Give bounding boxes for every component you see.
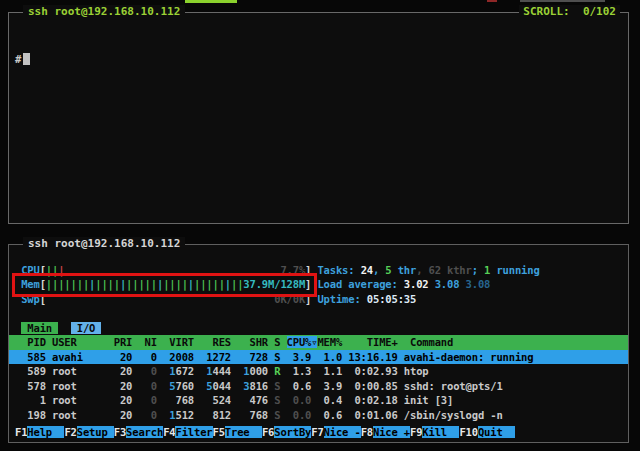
mem-meter-label: Mem	[21, 278, 40, 290]
mem-usage-value: 37.9M/128M	[243, 278, 305, 290]
cpu-usage-value: 7.7%	[280, 264, 305, 276]
pane-bottom-htop[interactable]: ssh root@192.168.10.112 CPU[||| 7.7%] Ta…	[8, 244, 629, 443]
fkey-label-f10[interactable]: Quit	[478, 426, 515, 438]
process-mem: 1.1	[317, 365, 342, 377]
process-time: 0:02.93	[342, 365, 404, 377]
load-average: Load average: 3.02 3.08 3.08	[317, 278, 490, 290]
process-mem: 0.4	[317, 394, 342, 406]
process-user: avahi	[52, 351, 114, 363]
fkey-f3[interactable]: F3	[114, 426, 126, 438]
fkey-f7[interactable]: F7	[311, 426, 323, 438]
process-mem: 0.6	[317, 409, 342, 421]
tasks-summary: Tasks: 24, 5 thr, 62 kthr; 1 running	[317, 264, 539, 276]
fkey-f1[interactable]: F1	[15, 426, 27, 438]
process-user: root	[52, 365, 114, 377]
terminal-screen: ssh root@192.168.10.112 SCROLL: 0/102 # …	[0, 0, 640, 451]
process-command: init [3]	[404, 394, 453, 406]
fkey-label-f1[interactable]: Help	[27, 426, 64, 438]
process-pid: 1	[15, 394, 52, 406]
top-edge-green-artifact	[185, 0, 237, 3]
fkey-f8[interactable]: F8	[361, 426, 373, 438]
fkey-label-f5[interactable]: Tree	[225, 426, 262, 438]
tab-main[interactable]: Main	[21, 322, 58, 334]
swap-meter-line: Swp[ 0K/0K] Uptime: 05:05:35	[9, 292, 628, 307]
pane-top-shell[interactable]: ssh root@192.168.10.112 SCROLL: 0/102 #	[8, 12, 629, 224]
process-cpu: 0.6	[287, 380, 312, 392]
process-cpu: 0.0	[287, 409, 312, 421]
process-mem: 1.0	[317, 351, 342, 363]
fkey-f10[interactable]: F10	[459, 426, 478, 438]
htop-blank-mid	[9, 306, 628, 321]
htop-screen: CPU[||| 7.7%] Tasks: 24, 5 thr, 62 kthr;…	[9, 245, 628, 442]
sort-column-header[interactable]: CPU%▿	[287, 336, 318, 348]
shell-output[interactable]: #	[9, 13, 628, 223]
fkey-f2[interactable]: F2	[64, 426, 76, 438]
process-time: 13:16.19	[342, 351, 404, 363]
process-row[interactable]: 589 root 20 0 1672 1444 1000 R 1.3 1.1 0…	[9, 364, 628, 379]
process-command: avahi-daemon: running	[404, 351, 534, 363]
fkey-f6[interactable]: F6	[262, 426, 274, 438]
uptime: Uptime: 05:05:35	[317, 293, 416, 305]
process-row[interactable]: 1 root 20 0 768 524 476 S 0.0 0.4 0:02.1…	[9, 393, 628, 408]
process-row[interactable]: 585 avahi 20 0 2008 1272 728 S 3.9 1.0 1…	[9, 350, 628, 365]
process-time: 0:02.18	[342, 394, 404, 406]
process-cpu: 3.9	[287, 351, 312, 363]
htop-blank-top	[9, 248, 628, 263]
process-pid: 589	[15, 365, 52, 377]
mem-meter-bars: ||||	[163, 278, 188, 290]
process-user: root	[52, 394, 114, 406]
text-cursor[interactable]	[23, 53, 30, 65]
mem-meter-line: Mem[||||||||||||||||||||||||||||||||37.9…	[9, 277, 628, 292]
process-row[interactable]: 578 root 20 0 5760 5044 3816 S 0.6 3.9 0…	[9, 379, 628, 394]
fkey-label-f8[interactable]: Nice +	[373, 426, 410, 438]
swap-meter-label: Swp	[21, 293, 40, 305]
top-edge-gray-artifact	[520, 0, 605, 2]
shell-prompt: #	[15, 53, 21, 65]
mem-meter-bars: ||	[231, 278, 243, 290]
process-cpu: 0.0	[287, 394, 312, 406]
mem-meter-bars: ||||	[95, 278, 120, 290]
process-table-header: PID USER PRI NI VIRT RES SHR S CPU%▿MEM%…	[9, 335, 628, 350]
process-command: htop	[404, 365, 429, 377]
process-command: sshd: root@pts/1	[404, 380, 503, 392]
mem-meter-bars: |||||	[126, 278, 157, 290]
mem-meter-bars: |||||||	[46, 278, 89, 290]
mem-meter-bars: |||||	[194, 278, 225, 290]
process-pid: 585	[15, 351, 52, 363]
process-pid: 578	[15, 380, 52, 392]
top-edge-red-artifact	[487, 0, 497, 2]
process-mem: 3.9	[317, 380, 342, 392]
process-cpu: 1.3	[287, 365, 312, 377]
fkey-label-f6[interactable]: SortBy	[274, 426, 311, 438]
fkey-f5[interactable]: F5	[213, 426, 225, 438]
process-command: /sbin/syslogd -n	[404, 409, 503, 421]
process-time: 0:00.85	[342, 380, 404, 392]
htop-tabs: Main I/O	[9, 321, 628, 336]
fkey-label-f7[interactable]: Nice -	[324, 426, 361, 438]
fkey-label-f9[interactable]: Kill	[422, 426, 459, 438]
swap-usage-value: 0K/0K	[274, 293, 305, 305]
fkey-f4[interactable]: F4	[163, 426, 175, 438]
process-user: root	[52, 409, 114, 421]
fkey-label-f2[interactable]: Setup	[77, 426, 114, 438]
fkey-f9[interactable]: F9	[410, 426, 422, 438]
cpu-meter-bars: ||	[46, 264, 58, 276]
shell-prompt-line: #	[9, 52, 628, 67]
process-user: root	[52, 380, 114, 392]
fkey-label-f4[interactable]: Filter	[175, 426, 212, 438]
cpu-meter-line: CPU[||| 7.7%] Tasks: 24, 5 thr, 62 kthr;…	[9, 263, 628, 278]
htop-function-key-bar: F1Help F2Setup F3SearchF4FilterF5Tree F6…	[15, 426, 515, 439]
process-pid: 198	[15, 409, 52, 421]
process-row[interactable]: 198 root 20 0 1512 812 768 S 0.0 0.6 0:0…	[9, 408, 628, 423]
process-time: 0:01.06	[342, 409, 404, 421]
tab-io[interactable]: I/O	[71, 322, 102, 334]
cpu-meter-label: CPU	[21, 264, 40, 276]
fkey-label-f3[interactable]: Search	[126, 426, 163, 438]
